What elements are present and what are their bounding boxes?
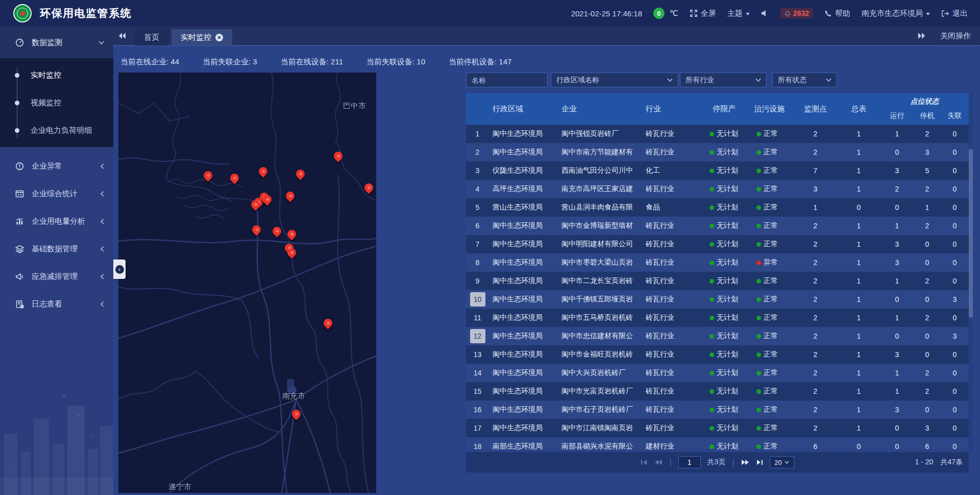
sidebar-subitem[interactable]: 实时监控 bbox=[0, 61, 113, 89]
fullscreen-button[interactable]: 全屏 bbox=[690, 9, 716, 18]
status-select[interactable]: 所有状态 bbox=[772, 73, 837, 87]
sidebar-subitem[interactable]: 企业电力负荷明细 bbox=[0, 116, 113, 144]
cell-limit-status: 无计划 bbox=[703, 350, 745, 359]
cell-facility-status: 正常 bbox=[745, 203, 794, 212]
page-number-input[interactable] bbox=[678, 456, 701, 468]
cell-industry: 砖瓦行业 bbox=[642, 148, 703, 157]
industry-select[interactable]: 所有行业 bbox=[680, 73, 767, 87]
cell-row-number: 1 bbox=[466, 130, 489, 138]
table-row[interactable]: 3仪陇生态环境局西南油气田分公司川中化工无计划正常71350 bbox=[466, 161, 969, 180]
sidebar-item-label: 企业异常 bbox=[32, 161, 62, 171]
chevron-left-icon bbox=[101, 301, 104, 307]
cell-region: 仪陇生态环境局 bbox=[489, 166, 555, 175]
cell-region: 阆中生态环境局 bbox=[489, 221, 555, 230]
table-row[interactable]: 8阆中生态环境局阆中市枣碧大梁山页岩砖瓦行业无计划异常21300 bbox=[466, 253, 969, 272]
sidebar-item[interactable]: 企业综合统计 bbox=[0, 180, 113, 207]
map-panel[interactable]: 巴中市南充市遂宁市 bbox=[118, 73, 376, 493]
status-dot-icon bbox=[756, 279, 761, 284]
cell-limit-status: 无计划 bbox=[703, 368, 745, 378]
cell-offline-count: 0 bbox=[941, 222, 969, 230]
cell-running-count: 2 bbox=[880, 185, 914, 193]
table-row[interactable]: 15阆中生态环境局阆中市光富页岩机砖厂砖瓦行业无计划正常21120 bbox=[466, 382, 969, 400]
status-dot-icon bbox=[709, 261, 714, 265]
cell-company: 阆中市金博瑞新型墙材 bbox=[555, 221, 642, 230]
first-page-button[interactable] bbox=[641, 459, 648, 465]
sidebar-item[interactable]: 基础数据管理 bbox=[0, 235, 113, 263]
cell-company: 阆中千佛镇五郎垭页岩 bbox=[555, 295, 642, 304]
table-row[interactable]: 11阆中生态环境局阆中市五马桥页岩机砖砖瓦行业无计划正常21120 bbox=[466, 309, 969, 327]
cell-monitor-count: 2 bbox=[794, 387, 837, 395]
cell-offline-count: 0 bbox=[941, 240, 969, 248]
chevron-left-icon: ‹ bbox=[115, 265, 124, 274]
table-row[interactable]: 18南部生态环境局南部县砌兴水泥有限公建材行业无计划正常60060 bbox=[466, 437, 969, 450]
main-content: 当前在线企业: 44当前失联企业: 3当前在线设备: 211当前失联设备: 10… bbox=[113, 46, 980, 495]
org-dropdown[interactable]: 南充市生态环境局 bbox=[862, 9, 930, 18]
cell-monitor-count: 7 bbox=[794, 167, 837, 175]
tab-active[interactable]: 实时监控✕ bbox=[172, 29, 232, 45]
sidebar-item[interactable]: 企业异常 bbox=[0, 152, 113, 180]
table-scrollbar-thumb[interactable] bbox=[969, 149, 973, 318]
cell-stopped-count: 2 bbox=[914, 369, 941, 377]
cell-offline-count: 0 bbox=[941, 130, 969, 138]
region-select[interactable]: 行政区域名称 bbox=[551, 73, 678, 87]
prev-page-button[interactable] bbox=[654, 459, 663, 465]
page-size-select[interactable]: 20 bbox=[770, 456, 794, 468]
cell-offline-count: 0 bbox=[941, 167, 969, 175]
cell-industry: 砖瓦行业 bbox=[642, 350, 703, 359]
table-row[interactable]: 2阆中生态环境局阆中市南方节能建材有砖瓦行业无计划正常21030 bbox=[466, 143, 969, 161]
cell-facility-status: 正常 bbox=[745, 405, 794, 414]
sidebar-item[interactable]: 应急减排管理 bbox=[0, 263, 113, 290]
sidebar-item[interactable]: 企业用电量分析 bbox=[0, 207, 113, 235]
cell-industry: 砖瓦行业 bbox=[642, 184, 703, 194]
cell-stopped-count: 2 bbox=[914, 130, 941, 138]
table-row[interactable]: 12阆中生态环境局阆中市忠信建材有限公砖瓦行业无计划正常21003 bbox=[466, 327, 969, 345]
chevron-left-icon bbox=[101, 163, 104, 169]
stat-item: 当前失联设备: 10 bbox=[366, 57, 425, 67]
table-row[interactable]: 14阆中生态环境局阆中大兴页岩机砖厂砖瓦行业无计划正常21120 bbox=[466, 364, 969, 382]
cell-region: 南部生态环境局 bbox=[489, 442, 555, 450]
sidebar-item[interactable]: 数据监测 bbox=[0, 27, 113, 58]
sidebar-submenu: 实时监控视频监控企业电力负荷明细 bbox=[0, 58, 113, 147]
name-search-input[interactable] bbox=[466, 73, 548, 87]
sidebar-item[interactable]: 日志查看 bbox=[0, 290, 113, 318]
table-row[interactable]: 4高坪生态环境局南充市高坪区王家店建砖瓦行业无计划正常31220 bbox=[466, 180, 969, 198]
cell-total-meter: 1 bbox=[837, 424, 880, 432]
notification-badge[interactable]: 2632 bbox=[780, 8, 813, 18]
table-row[interactable]: 9阆中生态环境局阆中市二龙长宝页岩砖砖瓦行业无计划正常21120 bbox=[466, 272, 969, 290]
cell-limit-status: 无计划 bbox=[703, 184, 745, 194]
logout-button[interactable]: 退出 bbox=[941, 9, 968, 18]
table-row[interactable]: 16阆中生态环境局阆中市石子页岩机砖厂砖瓦行业无计划正常21300 bbox=[466, 400, 969, 419]
tab-close-icon[interactable]: ✕ bbox=[215, 34, 223, 41]
help-button[interactable]: 帮助 bbox=[824, 9, 850, 18]
speaker-icon[interactable] bbox=[761, 10, 769, 17]
cell-region: 阆中生态环境局 bbox=[489, 276, 555, 286]
table-row[interactable]: 6阆中生态环境局阆中市金博瑞新型墙材砖瓦行业无计划正常21120 bbox=[466, 217, 969, 235]
chevron-down-icon bbox=[926, 13, 930, 15]
cell-facility-status: 正常 bbox=[745, 184, 794, 194]
cell-industry: 砖瓦行业 bbox=[642, 332, 703, 341]
theme-dropdown[interactable]: 主题 bbox=[727, 9, 750, 18]
tab-scroll-left-button[interactable] bbox=[113, 27, 132, 45]
cell-running-count: 0 bbox=[880, 295, 914, 303]
table-row[interactable]: 17阆中生态环境局阆中市江南镇阆南页岩砖瓦行业无计划正常21030 bbox=[466, 419, 969, 437]
cell-row-number: 18 bbox=[466, 442, 489, 450]
table-row[interactable]: 13阆中生态环境局阆中市金福旺页岩机砖砖瓦行业无计划正常21300 bbox=[466, 345, 969, 364]
double-chevron-right-icon[interactable] bbox=[918, 32, 926, 39]
chevron-left-icon bbox=[101, 274, 104, 279]
table-row[interactable]: 10阆中生态环境局阆中千佛镇五郎垭页岩砖瓦行业无计划正常21003 bbox=[466, 290, 969, 309]
column-header-offline: 失联 bbox=[941, 111, 969, 121]
cell-region: 阆中生态环境局 bbox=[489, 313, 555, 322]
double-chevron-left-icon bbox=[118, 32, 127, 39]
last-page-button[interactable] bbox=[756, 459, 763, 465]
sidebar-collapse-toggle[interactable]: ‹ bbox=[113, 260, 126, 279]
table-row[interactable]: 7阆中生态环境局阆中明阳建材有限公司砖瓦行业无计划正常21300 bbox=[466, 235, 969, 253]
sidebar-subitem[interactable]: 视频监控 bbox=[0, 89, 113, 116]
table-row[interactable]: 5营山生态环境局营山县润丰肉食品有限食品无计划正常10010 bbox=[466, 198, 969, 217]
close-operations-button[interactable]: 关闭操作 bbox=[940, 31, 971, 41]
table-row[interactable]: 1阆中生态环境局阆中强锐页岩砖厂砖瓦行业无计划正常21120 bbox=[466, 125, 969, 143]
next-page-button[interactable] bbox=[741, 459, 749, 465]
cell-company: 南部县砌兴水泥有限公 bbox=[555, 442, 642, 450]
fullscreen-icon bbox=[690, 9, 698, 17]
cell-stopped-count: 2 bbox=[914, 185, 941, 193]
tab-item[interactable]: 首页 bbox=[135, 29, 168, 45]
